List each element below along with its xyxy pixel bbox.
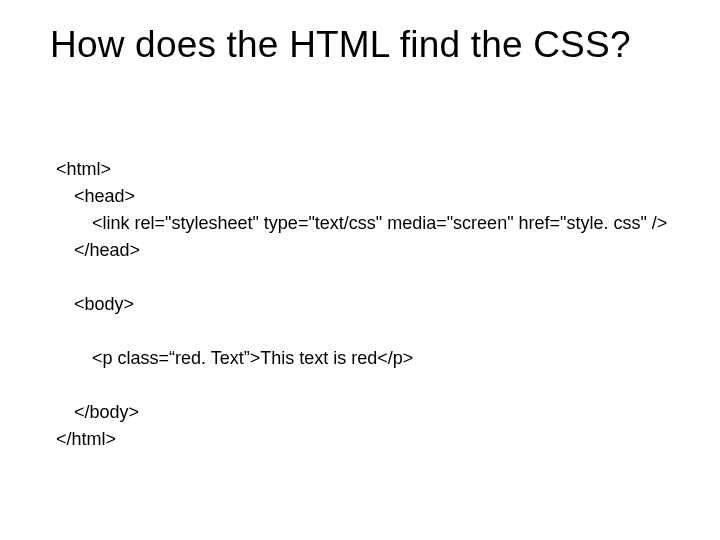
- code-line: </body>: [74, 399, 680, 426]
- code-line: </html>: [56, 426, 680, 453]
- blank-line: [56, 372, 680, 399]
- code-line: <link rel="stylesheet" type="text/css" m…: [92, 210, 680, 237]
- code-line: <body>: [74, 291, 680, 318]
- blank-line: [56, 318, 680, 345]
- blank-line: [56, 264, 680, 291]
- slide: How does the HTML find the CSS? <html> <…: [0, 0, 720, 540]
- code-line: <p class=“red. Text”>This text is red</p…: [92, 345, 680, 372]
- code-line: </head>: [74, 237, 680, 264]
- code-line: <head>: [74, 183, 680, 210]
- code-block: <html> <head> <link rel="stylesheet" typ…: [56, 156, 680, 453]
- code-line: <html>: [56, 156, 680, 183]
- page-title: How does the HTML find the CSS?: [50, 24, 680, 66]
